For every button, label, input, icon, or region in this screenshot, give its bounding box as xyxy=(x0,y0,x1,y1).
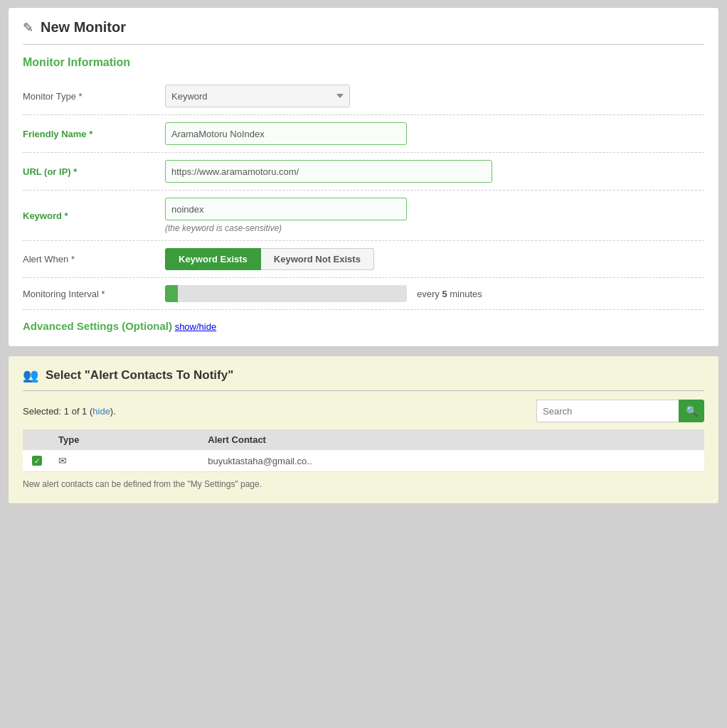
keyword-input[interactable] xyxy=(165,198,407,220)
contacts-table: Type Alert Contact ✓ ✉ buyuktastaha@gmai… xyxy=(23,429,704,472)
slider-fill xyxy=(165,285,178,302)
advanced-settings-toggle[interactable]: show/hide xyxy=(175,321,217,332)
monitoring-interval-wrap: every 5 minutes xyxy=(165,285,704,302)
monitor-info-title: Monitor Information xyxy=(23,56,704,69)
contacts-title: Select "Alert Contacts To Notify" xyxy=(46,368,233,382)
keyword-label: Keyword * xyxy=(23,210,165,221)
alert-contacts-card: 👥 Select "Alert Contacts To Notify" Sele… xyxy=(8,355,719,504)
interval-label: every 5 minutes xyxy=(417,289,482,299)
friendly-name-wrap xyxy=(165,122,704,145)
table-row: ✓ ✉ buyuktastaha@gmail.co.. xyxy=(23,450,704,472)
keyword-row: Keyword * (the keyword is case-sensitive… xyxy=(23,191,704,241)
advanced-settings-title: Advanced Settings (Optional) xyxy=(23,320,172,332)
email-icon: ✉ xyxy=(58,455,67,466)
search-icon: 🔍 xyxy=(686,405,698,417)
url-wrap xyxy=(165,160,704,183)
keyword-exists-btn[interactable]: Keyword Exists xyxy=(165,248,261,270)
footer-note: New alert contacts can be defined from t… xyxy=(23,479,704,489)
monitor-type-row: Monitor Type * Keyword HTTP(s) Ping Port… xyxy=(23,77,704,115)
contacts-table-head: Type Alert Contact xyxy=(23,429,704,450)
friendly-name-input[interactable] xyxy=(165,122,407,145)
keyword-hint: (the keyword is case-sensitive) xyxy=(165,223,704,233)
alert-when-row: Alert When * Keyword Exists Keyword Not … xyxy=(23,241,704,278)
keyword-not-exists-btn[interactable]: Keyword Not Exists xyxy=(261,248,374,270)
alert-when-label: Alert When * xyxy=(23,254,165,264)
url-input[interactable] xyxy=(165,160,492,183)
row-checkbox-cell: ✓ xyxy=(23,450,51,472)
header-divider xyxy=(23,44,704,45)
row-contact-cell: buyuktastaha@gmail.co.. xyxy=(201,450,704,472)
checkbox-checked[interactable]: ✓ xyxy=(32,456,42,466)
contacts-meta-row: Selected: 1 of 1 (hide). 🔍 xyxy=(23,400,704,422)
monitoring-interval-row: Monitoring Interval * every 5 minutes xyxy=(23,278,704,310)
keyword-wrap: (the keyword is case-sensitive) xyxy=(165,198,704,233)
monitoring-interval-label: Monitoring Interval * xyxy=(23,289,165,299)
row-type-cell: ✉ xyxy=(51,450,201,472)
friendly-name-row: Friendly Name * xyxy=(23,115,704,153)
url-row: URL (or IP) * xyxy=(23,153,704,191)
contacts-divider xyxy=(23,390,704,391)
hide-link[interactable]: hide xyxy=(92,406,110,417)
col-type: Type xyxy=(51,429,201,450)
search-wrap: 🔍 xyxy=(536,400,704,422)
search-button[interactable]: 🔍 xyxy=(679,400,704,422)
monitor-type-wrap: Keyword HTTP(s) Ping Port Heartbeat xyxy=(165,85,704,107)
friendly-name-label: Friendly Name * xyxy=(23,129,165,139)
col-checkbox xyxy=(23,429,51,450)
contacts-table-header-row: Type Alert Contact xyxy=(23,429,704,450)
search-input[interactable] xyxy=(536,400,679,422)
monitor-type-select[interactable]: Keyword HTTP(s) Ping Port Heartbeat xyxy=(165,85,350,107)
alert-when-buttons: Keyword Exists Keyword Not Exists xyxy=(165,248,704,270)
alert-when-wrap: Keyword Exists Keyword Not Exists xyxy=(165,248,704,270)
new-monitor-card: ✎ New Monitor Monitor Information Monito… xyxy=(8,7,719,347)
contacts-table-body: ✓ ✉ buyuktastaha@gmail.co.. xyxy=(23,450,704,472)
contacts-header: 👥 Select "Alert Contacts To Notify" xyxy=(23,368,704,383)
slider-wrap: every 5 minutes xyxy=(165,285,704,302)
edit-icon: ✎ xyxy=(23,20,33,36)
page-title: New Monitor xyxy=(41,19,126,36)
contacts-icon: 👥 xyxy=(23,368,38,383)
selected-count-text: Selected: 1 of 1 (hide). xyxy=(23,406,116,417)
card-header: ✎ New Monitor xyxy=(23,19,704,36)
slider-track[interactable] xyxy=(165,285,407,302)
col-alert-contact: Alert Contact xyxy=(201,429,704,450)
checkbox-wrap: ✓ xyxy=(30,456,44,466)
url-label: URL (or IP) * xyxy=(23,166,165,177)
advanced-settings-section: Advanced Settings (Optional) show/hide xyxy=(23,310,704,332)
monitor-type-label: Monitor Type * xyxy=(23,91,165,102)
